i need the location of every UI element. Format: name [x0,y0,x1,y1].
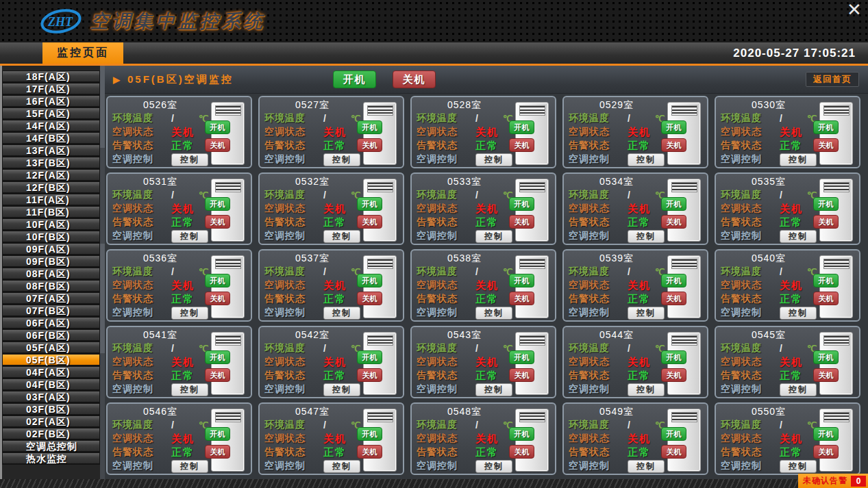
room-power-on-button[interactable]: 开机 [509,427,534,441]
control-button[interactable]: 控制 [323,230,360,243]
sidebar-item-10[interactable]: 11F(A区) [2,194,100,206]
sidebar-item-9[interactable]: 12F(B区) [2,181,100,194]
power-off-all-button[interactable]: 关机 [393,70,436,88]
room-power-off-button[interactable]: 关机 [813,215,839,229]
control-button[interactable]: 控制 [171,230,208,243]
room-power-on-button[interactable]: 开机 [661,120,686,134]
sidebar-item-15[interactable]: 09F(B区) [2,255,100,268]
control-button[interactable]: 控制 [323,460,360,473]
control-button[interactable]: 控制 [475,460,512,473]
sidebar-item-4[interactable]: 14F(A区) [2,120,100,132]
sidebar-item-8[interactable]: 12F(A区) [2,169,100,181]
room-power-on-button[interactable]: 开机 [509,274,534,287]
control-button[interactable]: 控制 [780,307,817,320]
room-power-off-button[interactable]: 关机 [205,138,230,152]
room-power-off-button[interactable]: 关机 [813,445,839,459]
control-button[interactable]: 控制 [780,383,817,396]
room-power-on-button[interactable]: 开机 [509,197,534,211]
control-button[interactable]: 控制 [628,307,665,320]
control-button[interactable]: 控制 [475,307,512,320]
room-power-off-button[interactable]: 关机 [205,445,230,459]
room-power-on-button[interactable]: 开机 [357,197,382,211]
room-power-off-button[interactable]: 关机 [509,292,534,305]
control-button[interactable]: 控制 [171,460,208,473]
sidebar-item-18[interactable]: 07F(A区) [2,292,100,305]
room-power-off-button[interactable]: 关机 [357,138,382,152]
control-button[interactable]: 控制 [780,460,817,473]
room-power-on-button[interactable]: 开机 [813,197,839,211]
room-power-on-button[interactable]: 开机 [661,350,686,364]
room-power-off-button[interactable]: 关机 [509,368,534,382]
unconfirmed-alarm-badge[interactable]: 未确认告警 0 [798,474,868,488]
control-button[interactable]: 控制 [628,460,665,473]
sidebar-item-25[interactable]: 04F(B区) [2,378,100,391]
room-power-off-button[interactable]: 关机 [357,445,382,459]
control-button[interactable]: 控制 [475,383,512,396]
control-button[interactable]: 控制 [780,230,817,243]
room-power-off-button[interactable]: 关机 [357,368,382,382]
control-button[interactable]: 控制 [171,383,208,396]
room-power-on-button[interactable]: 开机 [813,274,839,287]
sidebar-item-23[interactable]: 05F(B区) [2,354,100,366]
room-power-off-button[interactable]: 关机 [661,138,686,152]
room-power-off-button[interactable]: 关机 [205,292,230,305]
sidebar-item-22[interactable]: 05F(A区) [2,342,100,354]
room-power-on-button[interactable]: 开机 [205,120,230,134]
control-button[interactable]: 控制 [171,153,208,166]
room-power-on-button[interactable]: 开机 [813,120,839,134]
room-power-on-button[interactable]: 开机 [357,427,382,441]
sidebar-scrollbar[interactable] [100,66,105,488]
control-button[interactable]: 控制 [475,230,512,243]
room-power-off-button[interactable]: 关机 [205,368,230,382]
sidebar-item-11[interactable]: 11F(B区) [2,206,100,218]
sidebar-item-0[interactable]: 18F(A区) [2,70,100,83]
sidebar-item-26[interactable]: 03F(A区) [2,391,100,403]
room-power-on-button[interactable]: 开机 [661,274,686,287]
power-on-all-button[interactable]: 开机 [333,70,376,88]
room-power-off-button[interactable]: 关机 [813,138,839,152]
control-button[interactable]: 控制 [323,153,360,166]
sidebar-item-29[interactable]: 02F(B区) [2,428,100,440]
sidebar-item-21[interactable]: 06F(B区) [2,329,100,342]
sidebar-item-3[interactable]: 15F(A区) [2,107,100,120]
control-button[interactable]: 控制 [780,153,817,166]
control-button[interactable]: 控制 [628,383,665,396]
room-power-off-button[interactable]: 关机 [813,368,839,382]
room-power-off-button[interactable]: 关机 [661,292,686,305]
room-power-on-button[interactable]: 开机 [509,350,534,364]
room-power-on-button[interactable]: 开机 [661,197,686,211]
sidebar-item-28[interactable]: 02F(A区) [2,415,100,428]
room-power-off-button[interactable]: 关机 [357,292,382,305]
room-power-off-button[interactable]: 关机 [661,368,686,382]
close-icon[interactable]: ✕ [845,1,864,19]
room-power-off-button[interactable]: 关机 [357,215,382,229]
room-power-off-button[interactable]: 关机 [661,215,686,229]
room-power-on-button[interactable]: 开机 [357,274,382,287]
sidebar-item-14[interactable]: 09F(A区) [2,243,100,255]
sidebar-item-7[interactable]: 13F(B区) [2,157,100,169]
sidebar-item-12[interactable]: 10F(A区) [2,218,100,231]
room-power-on-button[interactable]: 开机 [661,427,686,441]
sidebar-item-2[interactable]: 16F(A区) [2,95,100,107]
room-power-off-button[interactable]: 关机 [509,445,534,459]
control-button[interactable]: 控制 [475,153,512,166]
room-power-on-button[interactable]: 开机 [813,427,839,441]
sidebar-item-24[interactable]: 04F(A区) [2,366,100,378]
sidebar-item-31[interactable]: 热水监控 [2,452,100,465]
room-power-off-button[interactable]: 关机 [813,292,839,305]
room-power-on-button[interactable]: 开机 [205,197,230,211]
room-power-on-button[interactable]: 开机 [205,274,230,287]
room-power-off-button[interactable]: 关机 [661,445,686,459]
control-button[interactable]: 控制 [628,230,665,243]
sidebar-item-19[interactable]: 07F(B区) [2,305,100,317]
room-power-on-button[interactable]: 开机 [509,120,534,134]
room-power-on-button[interactable]: 开机 [813,350,839,364]
sidebar-item-13[interactable]: 10F(B区) [2,231,100,243]
room-power-on-button[interactable]: 开机 [205,427,230,441]
sidebar-item-1[interactable]: 17F(A区) [2,83,100,95]
tab-monitoring-page[interactable]: 监控页面 [42,42,123,64]
back-home-button[interactable]: 返回首页 [806,72,859,87]
sidebar-item-16[interactable]: 08F(A区) [2,268,100,280]
sidebar-item-20[interactable]: 06F(A区) [2,317,100,329]
sidebar-item-5[interactable]: 14F(B区) [2,132,100,144]
